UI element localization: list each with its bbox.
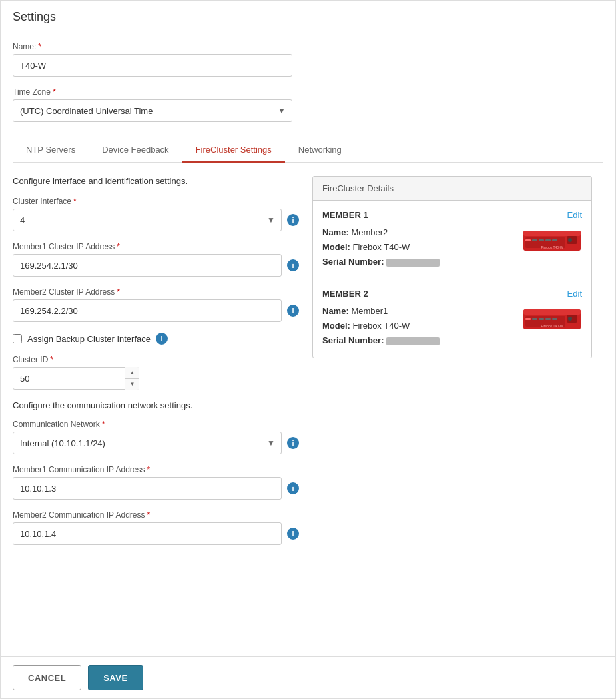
assign-backup-label[interactable]: Assign Backup Cluster Interface bbox=[27, 334, 151, 344]
name-field-group: Name: * bbox=[13, 42, 603, 77]
cluster-id-field-group: Cluster ID * ▲ ▼ bbox=[13, 355, 299, 390]
member2-comm-ip-info-icon[interactable]: i bbox=[287, 528, 299, 540]
member1-serial-value bbox=[386, 259, 440, 267]
member1-device-image: Firebox T40-W bbox=[522, 225, 582, 255]
member1-model-row: Model: Firebox T40-W bbox=[322, 240, 440, 255]
member2-cluster-ip-info-icon[interactable]: i bbox=[287, 305, 299, 317]
comm-section-heading: Configure the communication network sett… bbox=[13, 400, 299, 410]
svg-rect-5 bbox=[525, 239, 531, 241]
member1-details-row: Name: Member2 Model: Firebox T40-W Seria… bbox=[322, 225, 582, 269]
panel-header: FireCluster Details bbox=[313, 177, 591, 201]
name-required-star: * bbox=[38, 42, 41, 51]
save-button[interactable]: SAVE bbox=[88, 665, 143, 690]
cluster-interface-info-icon[interactable]: i bbox=[287, 214, 299, 226]
timezone-label: Time Zone * bbox=[13, 87, 603, 97]
cluster-interface-row: 4 ▼ i bbox=[13, 209, 299, 231]
cluster-id-spinner-up[interactable]: ▲ bbox=[125, 367, 139, 379]
svg-rect-12 bbox=[523, 309, 581, 315]
comm-network-field-group: Communication Network * Internal (10.10.… bbox=[13, 420, 299, 454]
tab-ntp-servers[interactable]: NTP Servers bbox=[13, 139, 89, 163]
member1-block: MEMBER 1 Edit Name: Member2 bbox=[313, 201, 591, 279]
member2-comm-ip-input[interactable] bbox=[13, 522, 282, 545]
member2-comm-ip-row: i bbox=[13, 522, 299, 545]
timezone-select-wrapper: (UTC) Coordinated Universal Time ▼ bbox=[13, 99, 292, 122]
comm-network-label: Communication Network * bbox=[13, 420, 299, 429]
member2-cluster-ip-label: Member2 Cluster IP Address * bbox=[13, 287, 299, 297]
member1-info: Name: Member2 Model: Firebox T40-W Seria… bbox=[322, 225, 440, 269]
panel-body: MEMBER 1 Edit Name: Member2 bbox=[313, 201, 591, 358]
comm-network-required-star: * bbox=[102, 420, 105, 429]
left-column: Configure interface and identification s… bbox=[13, 176, 299, 556]
assign-backup-checkbox[interactable] bbox=[13, 334, 22, 343]
member2-details-row: Name: Member1 Model: Firebox T40-W Seria… bbox=[322, 304, 582, 348]
member1-comm-ip-field-group: Member1 Communication IP Address * i bbox=[13, 465, 299, 500]
member1-title: MEMBER 1 bbox=[322, 210, 368, 220]
member2-comm-ip-label: Member2 Communication IP Address * bbox=[13, 510, 299, 520]
name-input[interactable] bbox=[13, 54, 292, 77]
member2-cluster-ip-field-group: Member2 Cluster IP Address * i bbox=[13, 287, 299, 322]
svg-rect-8 bbox=[545, 239, 551, 241]
cluster-interface-select-wrapper: 4 ▼ bbox=[13, 209, 282, 231]
assign-backup-info-icon[interactable]: i bbox=[156, 333, 168, 345]
member2-comm-ip-field-group: Member2 Communication IP Address * i bbox=[13, 510, 299, 545]
cluster-id-input[interactable] bbox=[13, 367, 139, 390]
member1-comm-ip-row: i bbox=[13, 477, 299, 500]
interface-section-heading: Configure interface and identification s… bbox=[13, 176, 299, 186]
cluster-interface-required-star: * bbox=[73, 197, 77, 206]
cancel-button[interactable]: CANCEL bbox=[13, 665, 81, 690]
svg-text:Firebox T40-W: Firebox T40-W bbox=[541, 245, 563, 249]
member1-cluster-ip-required-star: * bbox=[117, 242, 120, 251]
tabs-container: NTP Servers Device Feedback FireCluster … bbox=[13, 133, 603, 163]
timezone-select[interactable]: (UTC) Coordinated Universal Time bbox=[13, 99, 292, 122]
comm-network-select[interactable]: Internal (10.10.1.1/24) bbox=[13, 432, 282, 454]
svg-rect-19 bbox=[545, 318, 551, 320]
member1-header: MEMBER 1 Edit bbox=[322, 210, 582, 220]
cluster-interface-select[interactable]: 4 bbox=[13, 209, 282, 231]
member2-name-row: Name: Member1 bbox=[322, 304, 440, 319]
member2-cluster-ip-required-star: * bbox=[117, 287, 120, 297]
tab-firecluster-settings[interactable]: FireCluster Settings bbox=[182, 139, 285, 163]
svg-rect-20 bbox=[552, 318, 557, 320]
member1-edit-link[interactable]: Edit bbox=[567, 210, 582, 220]
cluster-interface-label: Cluster Interface * bbox=[13, 197, 299, 206]
svg-rect-16 bbox=[525, 318, 531, 320]
member1-comm-ip-info-icon[interactable]: i bbox=[287, 482, 299, 494]
svg-rect-6 bbox=[532, 239, 537, 241]
member2-cluster-ip-input[interactable] bbox=[13, 299, 282, 322]
cluster-id-number-wrapper: ▲ ▼ bbox=[13, 367, 139, 390]
tab-networking[interactable]: Networking bbox=[285, 139, 355, 163]
member2-info: Name: Member1 Model: Firebox T40-W Seria… bbox=[322, 304, 440, 348]
comm-network-row: Internal (10.10.1.1/24) ▼ i bbox=[13, 432, 299, 454]
member2-device-image: Firebox T40-W bbox=[522, 304, 582, 334]
firecluster-panel: FireCluster Details MEMBER 1 Edit bbox=[312, 176, 592, 358]
svg-point-15 bbox=[568, 317, 572, 321]
comm-network-info-icon[interactable]: i bbox=[287, 437, 299, 449]
name-label: Name: * bbox=[13, 42, 603, 51]
member1-cluster-ip-info-icon[interactable]: i bbox=[287, 259, 299, 271]
member2-model-row: Model: Firebox T40-W bbox=[322, 319, 440, 333]
member1-comm-ip-input[interactable] bbox=[13, 477, 282, 500]
member2-edit-link[interactable]: Edit bbox=[567, 289, 582, 299]
cluster-interface-field-group: Cluster Interface * 4 ▼ i bbox=[13, 197, 299, 231]
member2-cluster-ip-row: i bbox=[13, 299, 299, 322]
svg-rect-1 bbox=[523, 231, 581, 236]
two-col-layout: Configure interface and identification s… bbox=[13, 176, 603, 556]
svg-rect-9 bbox=[552, 239, 557, 241]
member2-comm-ip-required-star: * bbox=[147, 510, 151, 520]
svg-text:Firebox T40-W: Firebox T40-W bbox=[541, 324, 563, 328]
right-column: FireCluster Details MEMBER 1 Edit bbox=[312, 176, 592, 358]
timezone-required-star: * bbox=[53, 87, 56, 97]
member1-comm-ip-required-star: * bbox=[147, 465, 151, 474]
main-content: Name: * Time Zone * (UTC) Coordinated Un… bbox=[1, 31, 615, 606]
comm-network-select-wrapper: Internal (10.10.1.1/24) ▼ bbox=[13, 432, 282, 454]
member1-cluster-ip-row: i bbox=[13, 254, 299, 277]
bottom-bar: CANCEL SAVE bbox=[1, 656, 615, 698]
member2-block: MEMBER 2 Edit Name: Member1 bbox=[313, 279, 591, 357]
settings-page: Settings Name: * Time Zone * (UTC) Coord… bbox=[0, 0, 616, 699]
page-title: Settings bbox=[1, 1, 615, 31]
svg-point-4 bbox=[568, 238, 572, 242]
tab-device-feedback[interactable]: Device Feedback bbox=[89, 139, 182, 163]
member1-cluster-ip-input[interactable] bbox=[13, 254, 282, 277]
cluster-id-spinner-down[interactable]: ▼ bbox=[125, 379, 139, 390]
svg-rect-18 bbox=[539, 318, 544, 320]
